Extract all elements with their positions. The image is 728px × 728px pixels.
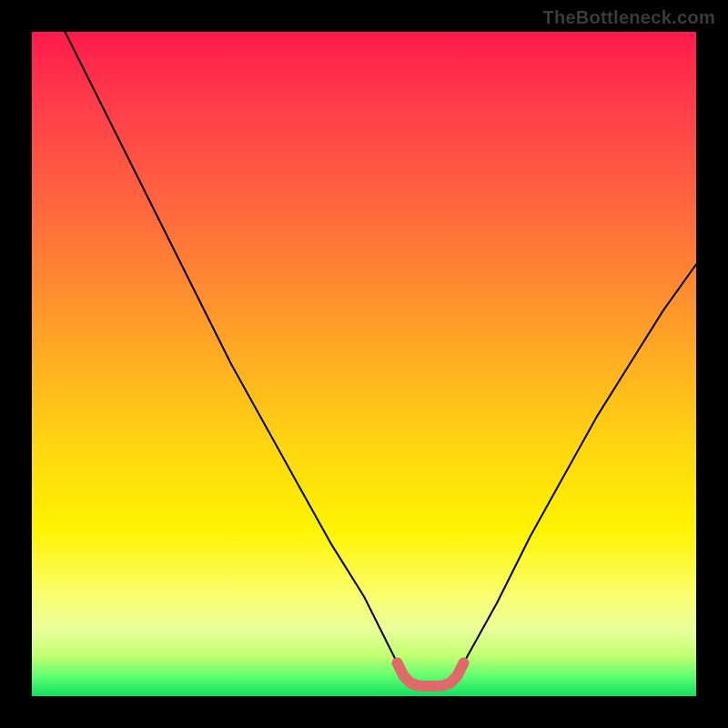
bottleneck-curve xyxy=(66,32,697,686)
optimal-zone-marker xyxy=(398,663,464,687)
plot-area xyxy=(32,32,696,696)
chart-frame: TheBottleneck.com xyxy=(0,0,728,728)
plot-svg xyxy=(32,32,696,696)
watermark-text: TheBottleneck.com xyxy=(542,7,715,28)
